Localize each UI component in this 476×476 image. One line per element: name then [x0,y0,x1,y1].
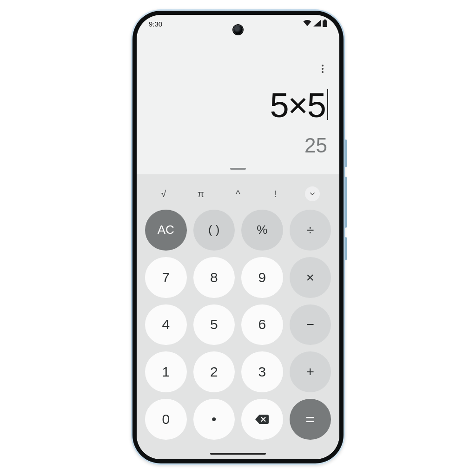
multiply-button[interactable]: × [290,257,331,298]
digit-5-button[interactable]: 5 [193,304,235,345]
digit-0-button[interactable]: 0 [145,399,187,440]
digit-2-button[interactable]: 2 [193,351,235,392]
digit-9-button[interactable]: 9 [241,257,283,298]
digit-7-button[interactable]: 7 [145,257,187,298]
parentheses-button[interactable]: ( ) [193,210,235,251]
more-menu-button[interactable] [317,63,328,74]
drag-handle[interactable] [230,168,246,170]
chevron-down-icon [310,191,315,197]
decimal-button[interactable]: • [193,399,235,440]
expand-panel-button[interactable] [305,186,320,201]
backspace-icon [254,414,270,425]
result-preview: 25 [304,134,327,157]
power-button[interactable]: ^ [236,189,240,199]
hardware-button [345,237,347,260]
hardware-button [345,177,347,228]
calculator-display: 5×5 25 [137,33,339,174]
hardware-button [345,139,347,167]
percent-button[interactable]: % [241,210,283,251]
signal-icon [313,20,321,28]
divide-button[interactable]: ÷ [290,210,331,251]
expression-field[interactable]: 5×5 [270,88,328,123]
screen: 9:30 5×5 25 [137,15,339,459]
home-indicator[interactable] [210,453,266,455]
plus-button[interactable]: + [290,351,331,392]
equals-button[interactable]: = [290,399,331,440]
digit-6-button[interactable]: 6 [241,304,283,345]
digit-4-button[interactable]: 4 [145,304,187,345]
digit-1-button[interactable]: 1 [145,351,187,392]
clear-button[interactable]: AC [145,210,187,251]
pi-button[interactable]: π [198,189,204,199]
text-cursor [327,89,328,120]
digit-8-button[interactable]: 8 [193,257,235,298]
backspace-button[interactable] [241,399,283,440]
digit-3-button[interactable]: 3 [241,351,283,392]
sqrt-button[interactable]: √ [161,189,166,199]
factorial-button[interactable]: ! [274,189,277,199]
battery-icon [323,20,327,28]
keypad-panel: √ π ^ ! AC ( ) % ÷ 7 8 9 × 4 5 6 − [137,174,339,459]
expression-text: 5×5 [270,88,325,123]
minus-button[interactable]: − [290,304,331,345]
status-time: 9:30 [149,20,162,28]
wifi-icon [303,20,311,28]
